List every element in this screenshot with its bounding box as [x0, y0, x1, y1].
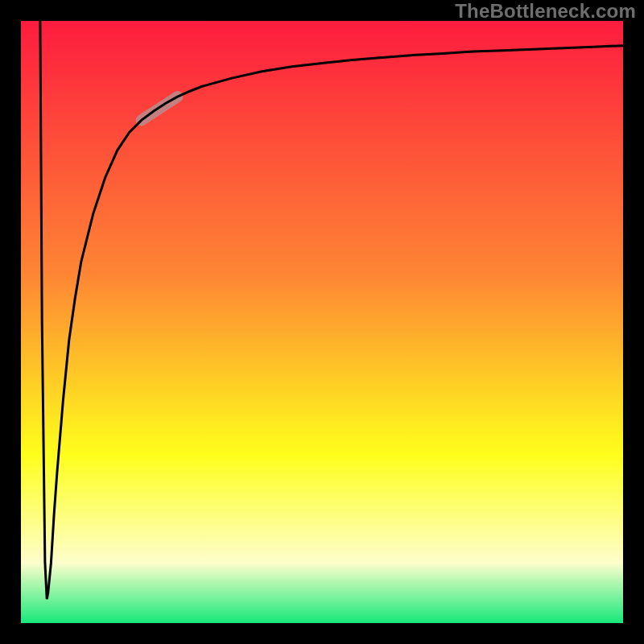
chart-background-gradient — [21, 21, 623, 623]
bottleneck-chart — [0, 0, 644, 644]
chart-container: TheBottleneck.com — [0, 0, 644, 644]
watermark-text: TheBottleneck.com — [455, 0, 636, 23]
